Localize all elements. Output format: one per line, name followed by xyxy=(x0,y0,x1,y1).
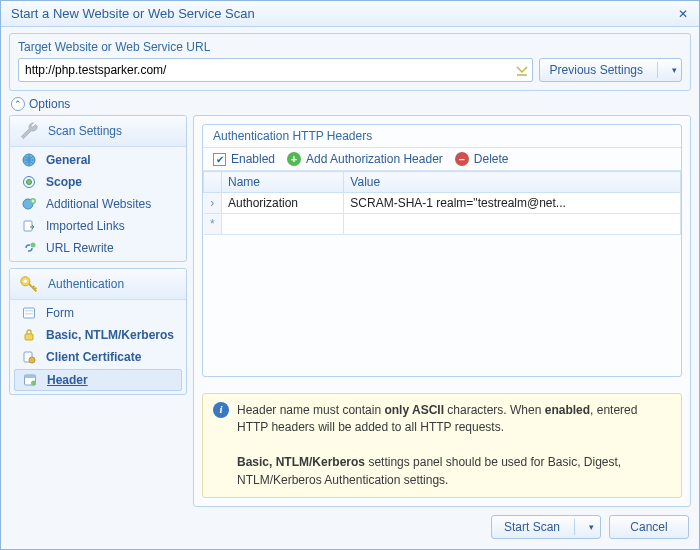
svg-point-2 xyxy=(27,180,32,185)
doc-import-icon xyxy=(20,218,38,234)
svg-rect-12 xyxy=(25,334,33,340)
add-header-button[interactable]: + Add Authorization Header xyxy=(287,152,443,166)
close-icon[interactable]: ✕ xyxy=(673,5,693,23)
header-icon xyxy=(21,372,39,388)
target-icon xyxy=(20,174,38,190)
url-dropdown-icon[interactable] xyxy=(513,60,531,80)
info-text: Header name must contain only ASCII char… xyxy=(237,402,671,489)
row-header-corner xyxy=(204,172,222,193)
form-icon xyxy=(20,305,38,321)
section-title: Authentication HTTP Headers xyxy=(203,125,681,148)
svg-rect-16 xyxy=(25,375,36,378)
sidebar-item-header-auth[interactable]: Header xyxy=(14,369,182,391)
svg-point-14 xyxy=(29,357,35,363)
wrench-icon xyxy=(18,120,40,142)
start-scan-button[interactable]: Start Scan ▾ xyxy=(491,515,601,539)
options-label: Options xyxy=(29,97,70,111)
sidebar-item-additional-websites[interactable]: Additional Websites xyxy=(10,193,186,215)
svg-point-8 xyxy=(24,279,28,283)
row-indicator-icon: › xyxy=(204,193,222,214)
sidebar-scan-settings-panel: Scan Settings General Scope Additional W… xyxy=(9,115,187,262)
sidebar-authentication-panel: Authentication Form Basic, NTLM/Kerberos… xyxy=(9,268,187,395)
sidebar-item-basic-ntlm[interactable]: Basic, NTLM/Kerberos xyxy=(10,324,186,346)
svg-point-17 xyxy=(31,381,36,386)
table-row-new[interactable]: * xyxy=(204,214,681,235)
target-url-label: Target Website or Web Service URL xyxy=(18,40,682,54)
sidebar-item-general[interactable]: General xyxy=(10,149,186,171)
column-name[interactable]: Name xyxy=(222,172,344,193)
target-url-input[interactable] xyxy=(18,58,533,82)
options-toggle[interactable]: ⌃ Options xyxy=(1,95,699,115)
check-icon: ✔ xyxy=(213,153,226,166)
sidebar: Scan Settings General Scope Additional W… xyxy=(9,115,187,507)
dialog-window: Start a New Website or Web Service Scan … xyxy=(0,0,700,550)
dialog-footer: Start Scan ▾ Cancel xyxy=(1,507,699,549)
cell-value[interactable]: SCRAM-SHA-1 realm="testrealm@net... xyxy=(344,193,681,214)
chevron-down-icon: ▾ xyxy=(589,522,594,532)
table-row[interactable]: › Authorization SCRAM-SHA-1 realm="testr… xyxy=(204,193,681,214)
svg-rect-10 xyxy=(25,310,33,312)
previous-settings-button[interactable]: Previous Settings ▾ xyxy=(539,58,682,82)
lock-icon xyxy=(20,327,38,343)
info-icon: i xyxy=(213,402,229,418)
key-icon xyxy=(18,273,40,295)
chevron-down-icon: ▾ xyxy=(672,65,677,75)
scan-settings-header: Scan Settings xyxy=(10,116,186,147)
plus-icon: + xyxy=(287,152,301,166)
authentication-list: Form Basic, NTLM/Kerberos Client Certifi… xyxy=(10,300,186,394)
minus-icon: – xyxy=(455,152,469,166)
headers-toolbar: ✔ Enabled + Add Authorization Header – D… xyxy=(203,148,681,171)
dialog-title: Start a New Website or Web Service Scan xyxy=(11,6,673,21)
sidebar-item-client-cert[interactable]: Client Certificate xyxy=(10,346,186,368)
scan-settings-list: General Scope Additional Websites Import… xyxy=(10,147,186,261)
link-rewrite-icon xyxy=(20,240,38,256)
svg-point-6 xyxy=(31,243,36,248)
delete-header-button[interactable]: – Delete xyxy=(455,152,509,166)
svg-rect-11 xyxy=(25,313,33,315)
sidebar-item-imported-links[interactable]: Imported Links xyxy=(10,215,186,237)
collapse-icon: ⌃ xyxy=(11,97,25,111)
cell-name[interactable]: Authorization xyxy=(222,193,344,214)
svg-rect-5 xyxy=(24,221,32,231)
body: Scan Settings General Scope Additional W… xyxy=(1,115,699,507)
target-url-section: Target Website or Web Service URL Previo… xyxy=(9,33,691,91)
sidebar-item-url-rewrite[interactable]: URL Rewrite xyxy=(10,237,186,259)
authentication-header: Authentication xyxy=(10,269,186,300)
headers-grid[interactable]: Name Value › Authorization SCRAM-SHA-1 r… xyxy=(203,171,681,376)
sidebar-item-scope[interactable]: Scope xyxy=(10,171,186,193)
cancel-button[interactable]: Cancel xyxy=(609,515,689,539)
info-message: i Header name must contain only ASCII ch… xyxy=(202,393,682,498)
enabled-checkbox[interactable]: ✔ Enabled xyxy=(213,152,275,166)
globe-plus-icon xyxy=(20,196,38,212)
cert-icon xyxy=(20,349,38,365)
headers-section: Authentication HTTP Headers ✔ Enabled + … xyxy=(202,124,682,377)
new-row-icon: * xyxy=(204,214,222,235)
sidebar-item-form-auth[interactable]: Form xyxy=(10,302,186,324)
main-panel: Authentication HTTP Headers ✔ Enabled + … xyxy=(193,115,691,507)
globe-icon xyxy=(20,152,38,168)
titlebar: Start a New Website or Web Service Scan … xyxy=(1,1,699,27)
column-value[interactable]: Value xyxy=(344,172,681,193)
